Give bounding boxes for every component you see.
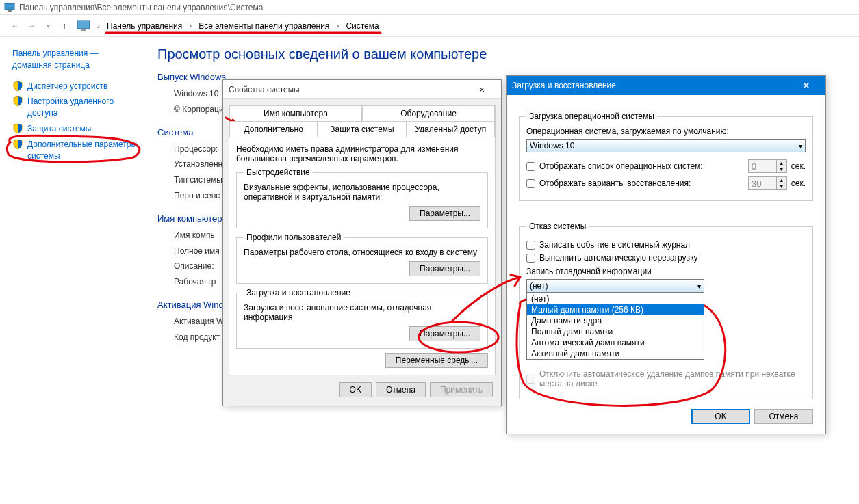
dialog-title: Свойства системы — [229, 85, 300, 94]
recovery-seconds-spinner[interactable]: ▲▼ — [748, 176, 787, 190]
dialog-titlebar[interactable]: Загрузка и восстановление ✕ — [507, 76, 825, 95]
show-recovery-checkbox[interactable] — [526, 179, 535, 188]
seconds-label: сек. — [791, 161, 806, 171]
group-performance: Быстродействие Визуальные эффекты, испол… — [236, 168, 488, 228]
group-desc: Загрузка и восстановление системы, отлад… — [244, 303, 480, 322]
env-vars-button[interactable]: Переменные среды... — [385, 353, 488, 355]
os-list-seconds-spinner[interactable]: ▲▼ — [748, 159, 787, 173]
tab-computername[interactable]: Имя компьютера — [229, 105, 362, 121]
chevron-down-icon: ▾ — [697, 282, 701, 290]
group-profiles: Профили пользователей Параметры рабочего… — [236, 233, 488, 284]
tab-advanced[interactable]: Дополнительно — [229, 121, 318, 137]
spin-up-icon[interactable]: ▲ — [777, 160, 786, 166]
dump-label: Запись отладочной информации — [526, 267, 806, 276]
dropdown-option[interactable]: Малый дамп памяти (256 КВ) — [527, 304, 704, 315]
chevron-right-icon: › — [93, 21, 104, 31]
dropdown-option[interactable]: Активный дамп памяти — [527, 348, 704, 355]
group-legend: Профили пользователей — [244, 233, 344, 242]
show-os-list-checkbox[interactable] — [526, 162, 535, 171]
show-recovery-label: Отображать варианты восстановления: — [539, 178, 744, 188]
shield-icon — [12, 81, 23, 92]
show-os-list-label: Отображать список операционных систем: — [539, 161, 744, 171]
auto-restart-label: Выполнить автоматическую перезагрузку — [539, 253, 698, 263]
dialog-titlebar[interactable]: Свойства системы × — [223, 80, 501, 99]
group-boot: Загрузка операционной системы Операционн… — [519, 111, 813, 201]
spin-down-icon[interactable]: ▼ — [777, 166, 786, 172]
group-legend: Загрузка и восстановление — [244, 288, 353, 297]
default-os-value: Windows 10 — [530, 141, 574, 150]
nav-forward[interactable]: → — [23, 18, 40, 34]
group-desc: Параметры рабочего стола, относящиеся ко… — [244, 248, 480, 257]
breadcrumb-item[interactable]: Все элементы панели управления — [196, 20, 332, 32]
close-icon[interactable]: ✕ — [793, 80, 820, 91]
dump-type-dropdown[interactable]: (нет) Малый дамп памяти (256 КВ) Дамп па… — [526, 293, 704, 355]
nav-back[interactable]: ← — [7, 18, 23, 34]
chevron-right-icon: › — [185, 21, 196, 31]
sidebar-link-advanced[interactable]: Дополнительные параметры системы — [27, 139, 138, 162]
group-legend: Загрузка операционной системы — [526, 111, 657, 121]
svg-rect-3 — [81, 29, 86, 31]
nav-up[interactable]: ↑ — [56, 18, 73, 34]
seconds-label: сек. — [791, 178, 806, 188]
close-icon[interactable]: × — [468, 84, 496, 95]
chevron-right-icon: › — [332, 21, 343, 31]
dialog-title: Загрузка и восстановление — [512, 81, 616, 90]
default-os-label: Операционная система, загружаемая по умо… — [526, 127, 806, 136]
nav-history[interactable]: ▾ — [40, 18, 56, 34]
svg-rect-0 — [5, 3, 14, 10]
os-list-seconds-input[interactable] — [749, 160, 776, 172]
group-legend: Быстродействие — [244, 168, 313, 177]
dropdown-option[interactable]: (нет) — [527, 293, 704, 304]
shield-icon — [12, 96, 23, 107]
monitor-icon — [77, 20, 90, 32]
sidebar: Панель управления — домашняя страница Ди… — [0, 37, 144, 355]
group-startup: Загрузка и восстановление Загрузка и вос… — [236, 288, 488, 349]
svg-rect-1 — [8, 10, 12, 12]
tab-strip: Имя компьютера Оборудование Дополнительн… — [229, 105, 496, 137]
admin-note: Необходимо иметь права администратора дл… — [236, 144, 488, 163]
dropdown-option[interactable]: Полный дамп памяти — [527, 326, 704, 337]
tab-remote[interactable]: Удаленный доступ — [407, 121, 495, 137]
write-event-checkbox[interactable] — [526, 241, 535, 250]
dropdown-option[interactable]: Автоматический дамп памяти — [527, 337, 704, 348]
spin-down-icon[interactable]: ▼ — [777, 183, 786, 189]
spin-up-icon[interactable]: ▲ — [777, 177, 786, 183]
window-title: Панель управления\Все элементы панели уп… — [19, 3, 263, 12]
dump-type-select[interactable]: (нет) ▾ — [526, 279, 704, 293]
shield-icon — [12, 123, 23, 134]
tab-protection[interactable]: Защита системы — [318, 121, 406, 137]
dump-selected-value: (нет) — [530, 281, 548, 291]
sidebar-link-device-manager[interactable]: Диспетчер устройств — [27, 81, 107, 92]
window-titlebar: Панель управления\Все элементы панели уп… — [0, 0, 859, 15]
group-failure: Отказ системы Записать событие в системн… — [519, 222, 813, 355]
profiles-params-button[interactable]: Параметры... — [409, 261, 480, 276]
group-legend: Отказ системы — [526, 222, 589, 231]
startup-recovery-dialog: Загрузка и восстановление ✕ Загрузка опе… — [506, 75, 826, 355]
system-icon — [4, 2, 15, 13]
breadcrumb[interactable]: › Панель управления › Все элементы панел… — [77, 18, 852, 34]
nav-row: ← → ▾ ↑ › Панель управления › Все элемен… — [0, 15, 859, 37]
breadcrumb-item[interactable]: Панель управления — [104, 20, 185, 32]
sidebar-link-protection[interactable]: Защита системы — [27, 123, 91, 135]
dropdown-option[interactable]: Дамп памяти ядра — [527, 315, 704, 326]
group-desc: Визуальные эффекты, использование процес… — [244, 183, 480, 202]
system-properties-dialog: Свойства системы × Имя компьютера Оборуд… — [222, 79, 502, 355]
tab-hardware[interactable]: Оборудование — [362, 105, 495, 121]
sidebar-home-link[interactable]: Панель управления — домашняя страница — [12, 48, 138, 71]
startup-params-button[interactable]: Параметры... — [409, 326, 480, 341]
page-heading: Просмотр основных сведений о вашем компь… — [157, 47, 845, 62]
auto-restart-checkbox[interactable] — [526, 254, 535, 263]
sidebar-link-remote[interactable]: Настройка удаленного доступа — [27, 96, 138, 119]
performance-params-button[interactable]: Параметры... — [409, 206, 480, 221]
shield-icon — [12, 139, 23, 150]
recovery-seconds-input[interactable] — [749, 177, 776, 189]
chevron-down-icon: ▾ — [799, 142, 802, 150]
breadcrumb-item[interactable]: Система — [343, 20, 381, 32]
default-os-select[interactable]: Windows 10 ▾ — [526, 139, 806, 152]
svg-rect-2 — [77, 21, 90, 29]
write-event-label: Записать событие в системный журнал — [539, 240, 690, 250]
